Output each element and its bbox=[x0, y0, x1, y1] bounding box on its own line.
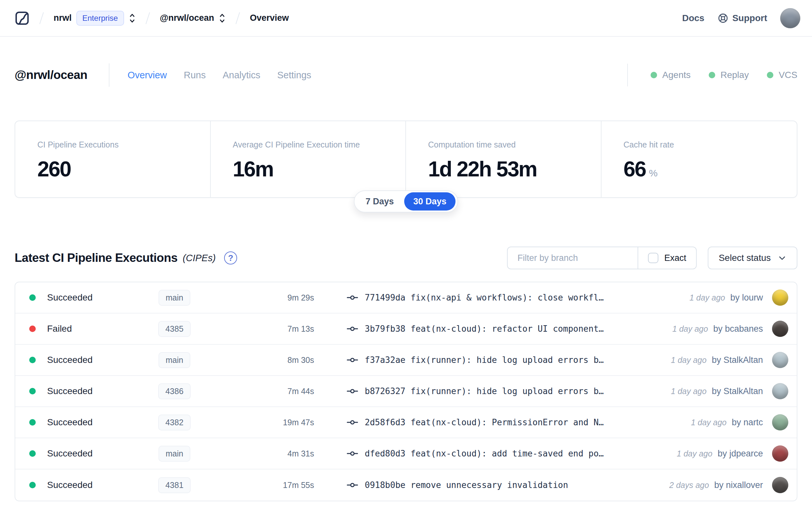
exact-label: Exact bbox=[664, 253, 686, 263]
stats-section: CI Pipeline Executions 260 Average CI Pi… bbox=[15, 121, 797, 198]
author: by nartc bbox=[732, 418, 763, 427]
branch-filter-input[interactable] bbox=[508, 247, 638, 269]
table-row[interactable]: Succeeded main 4m 31s dfed80d3 feat(nx-c… bbox=[15, 438, 797, 469]
service-vcs[interactable]: VCS bbox=[767, 70, 797, 80]
author: by bcabanes bbox=[713, 324, 763, 334]
branch-badge[interactable]: 4386 bbox=[158, 384, 191, 399]
range-30-days[interactable]: 30 Days bbox=[404, 192, 455, 211]
service-replay[interactable]: Replay bbox=[709, 70, 749, 80]
commit-message: dfed80d3 feat(nx-cloud): add time-saved … bbox=[365, 449, 604, 459]
git-commit-icon bbox=[347, 448, 358, 460]
branch-badge[interactable]: main bbox=[158, 352, 190, 368]
help-icon[interactable]: ? bbox=[224, 252, 237, 265]
user-avatar[interactable] bbox=[780, 8, 800, 28]
breadcrumb-current-page: Overview bbox=[250, 13, 289, 23]
branch-badge[interactable]: main bbox=[158, 290, 190, 306]
workspace-header: @nrwl/ocean Overview Runs Analytics Sett… bbox=[15, 37, 797, 87]
table-row[interactable]: Succeeded main 9m 29s 771499da fix(nx-ap… bbox=[15, 282, 797, 314]
status-dot-icon bbox=[650, 72, 657, 78]
commit-message: f37a32ae fix(runner): hide log upload er… bbox=[365, 355, 604, 365]
author: by StalkAltan bbox=[711, 355, 763, 365]
time-ago: 1 day ago bbox=[672, 324, 708, 334]
select-status-dropdown[interactable]: Select status bbox=[708, 246, 797, 269]
tab-settings[interactable]: Settings bbox=[277, 70, 311, 80]
exact-checkbox[interactable] bbox=[648, 253, 658, 263]
duration: 9m 29s bbox=[207, 293, 314, 302]
workspace-switcher[interactable]: @nrwl/ocean bbox=[160, 13, 226, 24]
commit-message: 771499da fix(nx-api & workflows): close … bbox=[365, 293, 604, 302]
cipe-table: Succeeded main 9m 29s 771499da fix(nx-ap… bbox=[15, 282, 797, 501]
author-avatar bbox=[772, 321, 788, 337]
author-avatar bbox=[772, 414, 788, 431]
git-commit-icon bbox=[347, 292, 358, 303]
stat-ci-pipeline-executions: CI Pipeline Executions 260 bbox=[15, 121, 211, 197]
stat-value: 66% bbox=[624, 156, 784, 181]
breadcrumb-slash bbox=[39, 12, 44, 24]
branch-badge[interactable]: main bbox=[158, 446, 190, 462]
workspace-tabs: Overview Runs Analytics Settings bbox=[128, 70, 311, 80]
table-row[interactable]: Succeeded main 8m 30s f37a32ae fix(runne… bbox=[15, 345, 797, 376]
time-ago: 1 day ago bbox=[691, 418, 726, 427]
stat-computation-time-saved: Computation time saved 1d 22h 53m bbox=[406, 121, 601, 197]
chevron-updown-icon bbox=[128, 13, 136, 24]
branch-badge[interactable]: 4381 bbox=[158, 477, 191, 493]
table-row[interactable]: Failed 4385 7m 13s 3b79fb38 feat(nx-clou… bbox=[15, 314, 797, 345]
service-status-group: Agents Replay VCS bbox=[627, 64, 797, 86]
author: by lourw bbox=[730, 293, 763, 303]
status-dot-icon bbox=[29, 294, 36, 301]
git-commit-icon bbox=[347, 323, 358, 335]
status-label: Failed bbox=[47, 324, 72, 334]
branch-filter-group: Exact bbox=[507, 246, 697, 269]
author: by nixallover bbox=[714, 480, 763, 490]
time-ago: 1 day ago bbox=[671, 387, 707, 396]
author: by jdpearce bbox=[718, 449, 763, 459]
support-label: Support bbox=[732, 13, 767, 24]
duration: 17m 55s bbox=[207, 480, 314, 490]
tab-overview[interactable]: Overview bbox=[128, 70, 167, 80]
commit-message: 2d58f6d3 feat(nx-cloud): PermissionError… bbox=[365, 418, 604, 427]
status-dot-icon bbox=[29, 419, 36, 425]
status-dot-icon bbox=[29, 482, 36, 488]
time-ago: 1 day ago bbox=[690, 293, 725, 302]
branch-badge[interactable]: 4382 bbox=[158, 415, 191, 431]
support-link[interactable]: Support bbox=[718, 13, 767, 24]
author-avatar bbox=[772, 352, 788, 368]
org-switcher[interactable]: nrwl Enterprise bbox=[53, 11, 136, 26]
service-agents[interactable]: Agents bbox=[650, 70, 691, 80]
status-dot-icon bbox=[29, 450, 36, 457]
table-row[interactable]: Succeeded 4381 17m 55s 0918b0be remove u… bbox=[15, 469, 797, 501]
tab-analytics[interactable]: Analytics bbox=[223, 70, 260, 80]
git-commit-icon bbox=[347, 354, 358, 366]
git-commit-icon bbox=[347, 385, 358, 397]
time-ago: 1 day ago bbox=[671, 356, 707, 365]
docs-link[interactable]: Docs bbox=[682, 13, 704, 24]
tab-runs[interactable]: Runs bbox=[184, 70, 206, 80]
author-avatar bbox=[772, 477, 788, 493]
page-title: @nrwl/ocean bbox=[15, 68, 87, 82]
lifebuoy-icon bbox=[718, 13, 729, 24]
table-row[interactable]: Succeeded 4382 19m 47s 2d58f6d3 feat(nx-… bbox=[15, 407, 797, 438]
duration: 4m 31s bbox=[207, 449, 314, 459]
divider bbox=[109, 63, 109, 87]
status-dot-icon bbox=[29, 326, 36, 332]
status-label: Succeeded bbox=[47, 355, 93, 365]
author-avatar bbox=[772, 383, 788, 399]
top-navbar: nrwl Enterprise @nrwl/ocean Overview Doc… bbox=[0, 0, 812, 37]
author-avatar bbox=[772, 446, 788, 462]
section-subtitle: (CIPEs) bbox=[183, 253, 216, 264]
author-avatar bbox=[772, 289, 788, 306]
stat-value: 16m bbox=[233, 156, 393, 181]
status-label: Succeeded bbox=[47, 480, 93, 490]
duration: 8m 30s bbox=[207, 356, 314, 365]
enterprise-badge: Enterprise bbox=[76, 11, 124, 26]
stat-value: 1d 22h 53m bbox=[428, 156, 588, 181]
cipe-section-header: Latest CI Pipeline Executions (CIPEs) ? … bbox=[15, 246, 797, 269]
breadcrumb-slash bbox=[145, 12, 150, 24]
author: by StalkAltan bbox=[711, 386, 763, 396]
table-row[interactable]: Succeeded 4386 7m 44s b8726327 fix(runne… bbox=[15, 376, 797, 407]
commit-message: b8726327 fix(runner): hide log upload er… bbox=[365, 386, 604, 396]
stat-value: 260 bbox=[37, 156, 197, 181]
branch-badge[interactable]: 4385 bbox=[158, 321, 191, 337]
nx-cloud-logo-icon[interactable] bbox=[15, 11, 30, 26]
range-7-days[interactable]: 7 Days bbox=[356, 192, 403, 211]
